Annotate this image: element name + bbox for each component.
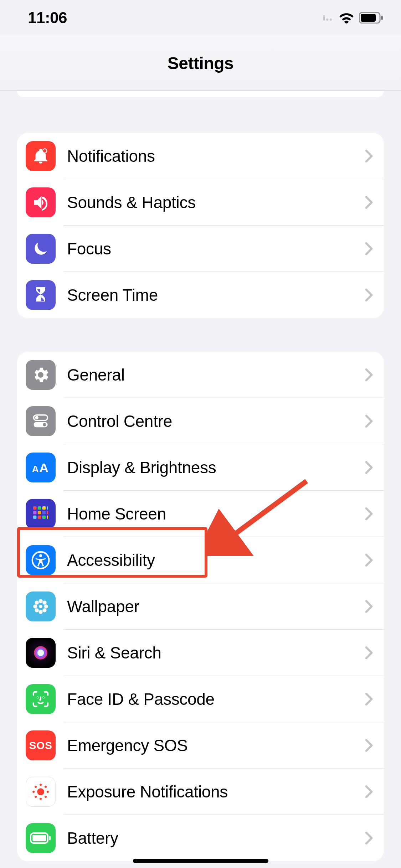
- svg-text:A: A: [39, 461, 48, 475]
- previous-group-peek: [17, 91, 384, 97]
- moon-icon: [26, 234, 56, 264]
- chevron-right-icon: [365, 196, 373, 209]
- row-battery[interactable]: Battery: [17, 815, 384, 861]
- svg-point-31: [35, 608, 39, 612]
- row-general[interactable]: General: [17, 352, 384, 398]
- svg-point-47: [45, 796, 47, 798]
- svg-rect-20: [38, 516, 41, 519]
- settings-group-general: General Control Centre AA Display & Brig: [17, 352, 384, 861]
- svg-rect-17: [42, 511, 46, 514]
- row-emergency-sos[interactable]: SOS Emergency SOS: [17, 722, 384, 769]
- chevron-right-icon: [365, 785, 373, 799]
- chevron-right-icon: [365, 553, 373, 567]
- svg-rect-19: [33, 516, 36, 519]
- row-control-centre[interactable]: Control Centre: [17, 398, 384, 444]
- chevron-right-icon: [365, 149, 373, 163]
- row-exposure-notifications[interactable]: Exposure Notifications: [17, 769, 384, 815]
- svg-point-32: [42, 608, 46, 612]
- row-label: Accessibility: [67, 551, 365, 570]
- nav-header: Settings: [0, 36, 401, 91]
- svg-point-37: [38, 697, 38, 698]
- row-label: Emergency SOS: [67, 736, 365, 755]
- svg-point-46: [35, 796, 37, 798]
- row-faceid-passcode[interactable]: Face ID & Passcode: [17, 676, 384, 722]
- svg-point-45: [45, 786, 47, 788]
- toggles-icon: [26, 406, 56, 436]
- row-siri-search[interactable]: Siri & Search: [17, 630, 384, 676]
- app-grid-icon: [26, 499, 56, 529]
- speaker-icon: [26, 187, 56, 217]
- svg-rect-13: [42, 506, 46, 510]
- cellular-signal-icon: [323, 15, 332, 21]
- settings-list[interactable]: Notifications Sounds & Haptics Focus S: [0, 91, 401, 861]
- row-wallpaper[interactable]: Wallpaper: [17, 583, 384, 630]
- svg-rect-15: [33, 511, 36, 514]
- svg-point-28: [44, 604, 48, 608]
- svg-point-8: [43, 423, 46, 427]
- status-indicators: [323, 12, 383, 24]
- sos-text: SOS: [29, 739, 52, 751]
- settings-group-sounds-focus: Notifications Sounds & Haptics Focus S: [17, 133, 384, 318]
- status-time: 11:06: [28, 9, 67, 27]
- wifi-icon: [339, 12, 354, 24]
- row-label: Sounds & Haptics: [67, 193, 365, 212]
- svg-point-40: [40, 784, 42, 786]
- chevron-right-icon: [365, 288, 373, 302]
- row-home-screen[interactable]: Home Screen: [17, 491, 384, 537]
- row-sounds-haptics[interactable]: Sounds & Haptics: [17, 179, 384, 226]
- svg-point-38: [43, 697, 43, 698]
- svg-point-44: [35, 786, 37, 788]
- svg-point-24: [39, 554, 42, 557]
- svg-point-43: [47, 791, 49, 793]
- svg-text:A: A: [32, 464, 39, 474]
- row-label: Wallpaper: [67, 597, 365, 616]
- svg-point-41: [40, 798, 42, 800]
- battery-icon: [359, 12, 383, 24]
- row-notifications[interactable]: Notifications: [17, 133, 384, 179]
- row-focus[interactable]: Focus: [17, 226, 384, 272]
- text-size-icon: AA: [26, 453, 56, 482]
- svg-rect-2: [381, 16, 383, 20]
- row-screen-time[interactable]: Screen Time: [17, 272, 384, 318]
- row-label: Exposure Notifications: [67, 782, 365, 801]
- siri-icon: [26, 638, 56, 668]
- svg-rect-21: [42, 516, 46, 519]
- chevron-right-icon: [365, 600, 373, 613]
- chevron-right-icon: [365, 414, 373, 428]
- svg-point-4: [43, 149, 46, 153]
- svg-rect-16: [38, 511, 41, 514]
- svg-point-30: [42, 601, 46, 605]
- hourglass-icon: [26, 280, 56, 310]
- bell-badge-icon: [26, 141, 56, 171]
- row-display-brightness[interactable]: AA Display & Brightness: [17, 444, 384, 491]
- row-label: Siri & Search: [67, 643, 365, 662]
- chevron-right-icon: [365, 646, 373, 660]
- battery-full-icon: [26, 823, 56, 853]
- row-accessibility[interactable]: Accessibility: [17, 537, 384, 583]
- home-indicator[interactable]: [133, 859, 268, 863]
- chevron-right-icon: [365, 242, 373, 255]
- chevron-right-icon: [365, 831, 373, 845]
- svg-point-39: [37, 788, 44, 795]
- sos-icon: SOS: [26, 730, 56, 760]
- svg-rect-50: [49, 836, 51, 840]
- svg-point-25: [38, 599, 42, 603]
- chevron-right-icon: [365, 368, 373, 382]
- svg-rect-18: [47, 511, 48, 514]
- accessibility-icon: [26, 545, 56, 575]
- row-label: Home Screen: [67, 504, 365, 523]
- svg-point-36: [37, 650, 44, 656]
- page-title: Settings: [168, 53, 233, 73]
- flower-icon: [26, 591, 56, 621]
- svg-rect-14: [47, 506, 48, 510]
- svg-rect-49: [32, 835, 46, 841]
- row-label: Screen Time: [67, 285, 365, 305]
- svg-rect-11: [33, 506, 36, 510]
- svg-point-26: [38, 610, 42, 614]
- svg-point-6: [35, 416, 38, 419]
- row-label: Control Centre: [67, 412, 365, 431]
- svg-rect-1: [361, 14, 376, 22]
- row-label: Display & Brightness: [67, 458, 365, 477]
- row-label: General: [67, 365, 365, 384]
- chevron-right-icon: [365, 739, 373, 752]
